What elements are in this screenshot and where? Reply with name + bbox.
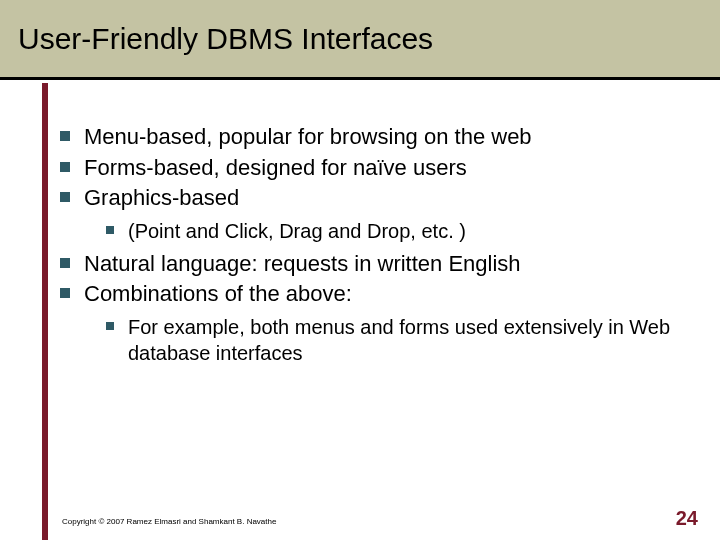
bullet-text: For example, both menus and forms used e… — [128, 314, 690, 366]
slide-body: Menu-based, popular for browsing on the … — [60, 120, 690, 372]
list-item: Natural language: requests in written En… — [60, 250, 690, 278]
list-item: Forms-based, designed for naïve users — [60, 154, 690, 182]
left-vertical-rule — [42, 83, 48, 540]
square-bullet-icon — [60, 131, 70, 141]
bullet-text: Menu-based, popular for browsing on the … — [84, 123, 532, 151]
square-bullet-icon — [60, 258, 70, 268]
square-bullet-icon — [60, 162, 70, 172]
page-number: 24 — [676, 507, 698, 530]
slide-title: User-Friendly DBMS Interfaces — [18, 22, 433, 56]
title-band: User-Friendly DBMS Interfaces — [0, 0, 720, 80]
square-bullet-icon — [60, 192, 70, 202]
square-bullet-icon — [60, 288, 70, 298]
bullet-text: Combinations of the above: — [84, 280, 352, 308]
list-item: (Point and Click, Drag and Drop, etc. ) — [106, 218, 690, 244]
bullet-text: Natural language: requests in written En… — [84, 250, 521, 278]
list-item: For example, both menus and forms used e… — [106, 314, 690, 366]
bullet-text: (Point and Click, Drag and Drop, etc. ) — [128, 218, 466, 244]
list-item: Combinations of the above: — [60, 280, 690, 308]
square-bullet-icon — [106, 226, 114, 234]
list-item: Menu-based, popular for browsing on the … — [60, 123, 690, 151]
copyright-text: Copyright © 2007 Ramez Elmasri and Shamk… — [62, 517, 276, 526]
bullet-text: Graphics-based — [84, 184, 239, 212]
square-bullet-icon — [106, 322, 114, 330]
list-item: Graphics-based — [60, 184, 690, 212]
bullet-text: Forms-based, designed for naïve users — [84, 154, 467, 182]
